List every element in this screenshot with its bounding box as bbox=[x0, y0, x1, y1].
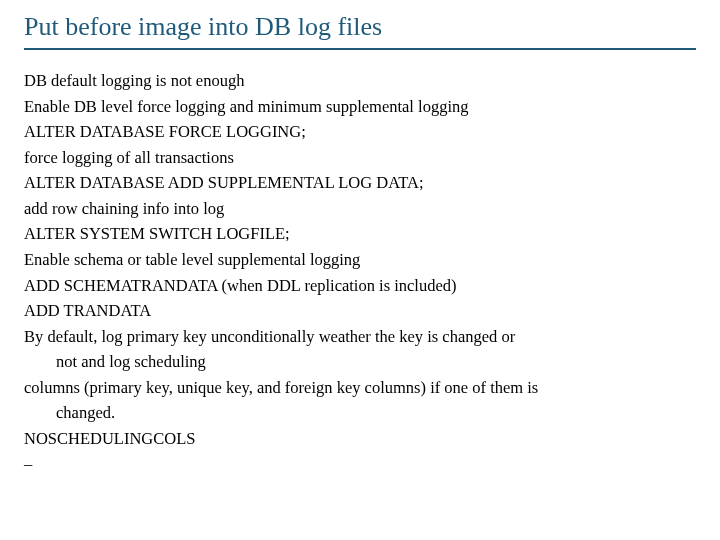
body-line: changed. bbox=[24, 400, 696, 426]
body-line: NOSCHEDULINGCOLS bbox=[24, 426, 696, 452]
slide-body: DB default logging is not enoughEnable D… bbox=[24, 68, 696, 477]
body-line: ADD SCHEMATRANDATA (when DDL replication… bbox=[24, 273, 696, 299]
body-line: force logging of all transactions bbox=[24, 145, 696, 171]
body-line: ALTER SYSTEM SWITCH LOGFILE; bbox=[24, 221, 696, 247]
slide-container: Put before image into DB log files DB de… bbox=[0, 0, 720, 540]
body-line: columns (primary key, unique key, and fo… bbox=[24, 375, 696, 401]
body-line: ADD TRANDATA bbox=[24, 298, 696, 324]
body-line: By default, log primary key unconditiona… bbox=[24, 324, 696, 350]
slide-title: Put before image into DB log files bbox=[24, 12, 696, 50]
body-line: add row chaining info into log bbox=[24, 196, 696, 222]
body-line: not and log scheduling bbox=[24, 349, 696, 375]
body-line: Enable schema or table level supplementa… bbox=[24, 247, 696, 273]
body-line: Enable DB level force logging and minimu… bbox=[24, 94, 696, 120]
body-line: ALTER DATABASE FORCE LOGGING; bbox=[24, 119, 696, 145]
body-line: DB default logging is not enough bbox=[24, 68, 696, 94]
body-line: – bbox=[24, 451, 696, 477]
body-line: ALTER DATABASE ADD SUPPLEMENTAL LOG DATA… bbox=[24, 170, 696, 196]
